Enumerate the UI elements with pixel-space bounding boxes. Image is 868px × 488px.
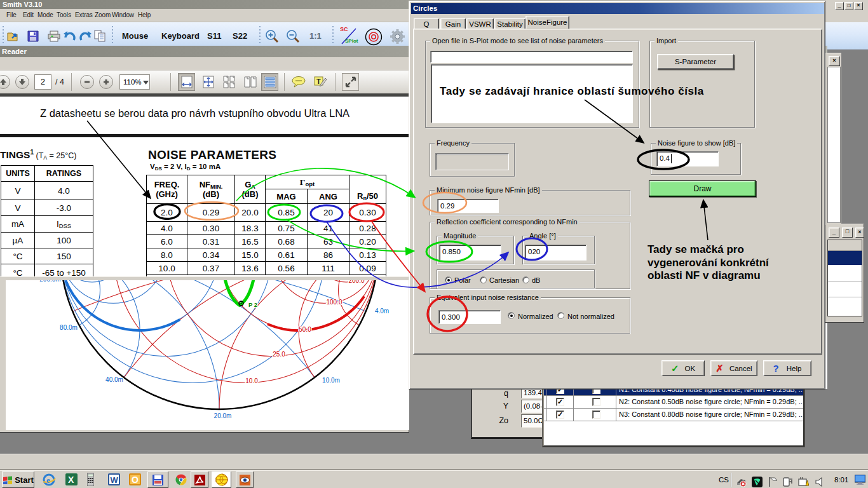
- copy-icon[interactable]: [94, 30, 107, 42]
- list-row-n3[interactable]: ✓ N3: Constant 0.80dB noise figure circl…: [544, 409, 803, 421]
- close-icon[interactable]: ×: [855, 227, 864, 238]
- toolbar-separator: [112, 26, 113, 45]
- zoom-out-icon[interactable]: [286, 29, 301, 44]
- close-icon[interactable]: ×: [829, 56, 840, 66]
- chart-label-200: 200.0: [348, 280, 364, 284]
- word-icon[interactable]: W: [108, 473, 120, 485]
- draw-button[interactable]: Draw: [649, 180, 756, 197]
- noise-parameters-listbox[interactable]: [431, 64, 633, 123]
- excel-icon[interactable]: X: [65, 473, 78, 485]
- tab-q[interactable]: Q: [414, 18, 439, 29]
- start-button[interactable]: Start: [2, 471, 34, 488]
- minimize-icon[interactable]: _: [835, 2, 844, 10]
- comment-balloon-icon[interactable]: [290, 73, 307, 91]
- secondary-checkbox[interactable]: [592, 398, 600, 406]
- tab-gain[interactable]: Gain: [440, 18, 466, 29]
- print-icon[interactable]: [48, 30, 60, 42]
- floppy-app-button[interactable]: [147, 471, 168, 488]
- page-up-icon[interactable]: [0, 75, 10, 89]
- ok-button[interactable]: ✓ OK: [661, 360, 705, 376]
- smith-app-button[interactable]: [212, 471, 231, 488]
- polar-radio[interactable]: [445, 276, 452, 283]
- fullscreen-icon[interactable]: [342, 73, 359, 91]
- close-icon[interactable]: ×: [854, 2, 863, 10]
- ie-icon[interactable]: e: [42, 473, 56, 487]
- zoom-level-select[interactable]: 110%: [119, 74, 150, 90]
- save-icon[interactable]: [27, 30, 39, 42]
- redo-icon[interactable]: [79, 30, 92, 43]
- outlook-icon[interactable]: O: [129, 473, 141, 485]
- fit-width-icon[interactable]: [178, 73, 195, 91]
- language-indicator[interactable]: CS: [719, 476, 729, 484]
- tab-noisefigure[interactable]: NoiseFigure: [526, 16, 569, 29]
- selected-row[interactable]: [828, 251, 862, 265]
- continuous-scroll-icon[interactable]: [261, 73, 278, 91]
- menu-window[interactable]: Window: [112, 11, 134, 18]
- antivirus-icon[interactable]: [752, 477, 763, 487]
- menu-mode[interactable]: Mode: [37, 11, 53, 18]
- eye-app-button[interactable]: [236, 471, 254, 488]
- chrome-icon[interactable]: [175, 474, 187, 485]
- menu-tools[interactable]: Tools: [57, 11, 71, 18]
- maximize-icon[interactable]: □: [842, 227, 853, 238]
- db-radio[interactable]: [522, 276, 529, 283]
- two-page-icon[interactable]: [241, 73, 259, 91]
- plug-warning-icon[interactable]: [798, 477, 809, 487]
- cancel-button[interactable]: ✗ Cancel: [710, 360, 757, 376]
- dialog-titlebar[interactable]: Circles: [411, 3, 824, 14]
- secondary-list[interactable]: [827, 240, 862, 316]
- page-down-icon[interactable]: [15, 75, 29, 89]
- acrobat-app-button[interactable]: [191, 471, 208, 488]
- zoom-out-circle-icon[interactable]: [80, 75, 94, 89]
- help-button[interactable]: ? Help: [763, 360, 811, 376]
- menu-edit[interactable]: Edit: [23, 11, 34, 18]
- visible-checkbox[interactable]: ✓: [556, 398, 564, 406]
- list-row-n2[interactable]: ✓ N2: Constant 0.50dB noise figure circl…: [544, 396, 803, 409]
- undo-icon[interactable]: [64, 30, 76, 43]
- tab-stability[interactable]: Stability: [494, 18, 526, 29]
- toolbar-1to1-button[interactable]: 1:1: [309, 31, 322, 41]
- speaker-icon[interactable]: [815, 477, 825, 487]
- text-highlight-icon[interactable]: T: [312, 73, 329, 91]
- device-error-icon[interactable]: [736, 477, 747, 487]
- tab-vswr[interactable]: VSWR: [466, 18, 494, 29]
- nf-show-input[interactable]: 0.4: [656, 151, 719, 166]
- s-parameter-button[interactable]: S-Parameter: [657, 54, 734, 69]
- calculator-icon[interactable]: [87, 473, 94, 486]
- toolbar-mouse-button[interactable]: Mouse: [122, 31, 148, 41]
- angle-input[interactable]: 020: [525, 245, 587, 261]
- sc-splot-icon[interactable]: SC SPlot: [339, 27, 358, 45]
- clock[interactable]: 8:01: [834, 476, 848, 484]
- zoom-in-circle-icon[interactable]: [99, 75, 113, 89]
- flag-icon[interactable]: [768, 477, 778, 487]
- cartesian-radio[interactable]: [480, 276, 487, 283]
- noise-file-input[interactable]: [430, 51, 633, 63]
- display-icon[interactable]: [855, 475, 865, 485]
- equiv-input[interactable]: 0.300: [438, 310, 501, 324]
- zoom-in-icon[interactable]: [265, 29, 280, 44]
- nfmin-input[interactable]: 0.29: [437, 199, 499, 213]
- menu-extras[interactable]: Extras: [75, 11, 93, 18]
- settings-gear-icon[interactable]: [389, 28, 406, 45]
- resistance-circles: [113, 280, 378, 383]
- toolbar-s22-button[interactable]: S22: [233, 31, 247, 41]
- visible-checkbox[interactable]: ✓: [556, 410, 564, 419]
- open-icon[interactable]: [7, 30, 20, 42]
- normalized-radio[interactable]: [508, 312, 515, 319]
- toolbar-keyboard-button[interactable]: Keyboard: [161, 31, 200, 41]
- page-number-input[interactable]: 2: [34, 74, 51, 90]
- plug-icon[interactable]: [782, 477, 793, 487]
- restore-icon[interactable]: ❐: [844, 2, 853, 10]
- menu-file[interactable]: File: [6, 11, 17, 18]
- secondary-checkbox[interactable]: [592, 410, 600, 419]
- menu-help[interactable]: Help: [138, 11, 151, 18]
- not-normalized-radio[interactable]: [557, 312, 564, 319]
- minimize-icon[interactable]: _: [829, 227, 839, 238]
- circles-tool-icon[interactable]: [365, 28, 383, 46]
- magnitude-input[interactable]: 0.850: [439, 245, 501, 261]
- fit-page-icon[interactable]: [200, 73, 217, 91]
- menu-zoom[interactable]: Zoom: [95, 11, 111, 18]
- toolbar-s11-button[interactable]: S11: [207, 31, 221, 41]
- multi-page-icon[interactable]: [220, 73, 238, 91]
- smith-chart-canvas[interactable]: 10.0 25.0 50.0 100.0 200.0 200.0m 80.0m …: [6, 280, 409, 430]
